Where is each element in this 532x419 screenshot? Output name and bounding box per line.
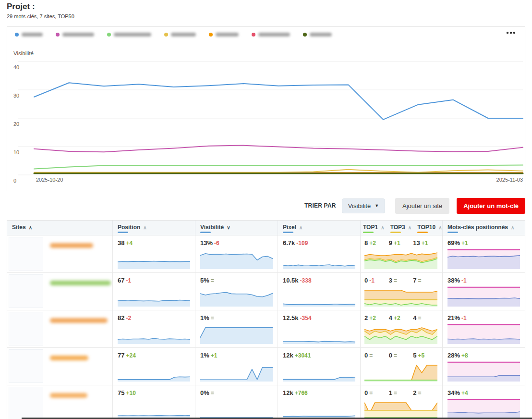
table-header-row: Sites∧Position∧Visibilité∨Pixel∧TOP1∧TOP…	[7, 221, 525, 235]
legend-item[interactable]	[209, 33, 239, 37]
metric-delta: =	[211, 390, 214, 396]
top-cell: 0-13=7=	[361, 273, 443, 310]
legend-site-label-redacted	[114, 33, 151, 37]
visibility-cell: 1%=	[195, 310, 278, 347]
column-header-top3[interactable]: TOP3∧	[388, 224, 415, 235]
top10-value: 5+5	[413, 352, 437, 359]
metric-number: 21%	[447, 314, 460, 321]
keywords-chart	[447, 286, 520, 307]
site-name-link-redacted[interactable]	[50, 356, 88, 360]
metric-delta: +1	[461, 240, 468, 246]
metric-number: 67	[118, 277, 124, 284]
metric-number: 13	[413, 239, 420, 246]
column-header-visibility[interactable]: Visibilité∨	[195, 221, 278, 235]
metric-delta: =	[418, 390, 422, 396]
site-name-link-redacted[interactable]	[50, 318, 108, 323]
column-header-position[interactable]: Position∧	[113, 221, 195, 235]
sort-arrow-up-icon: ∧	[381, 225, 384, 230]
trend-sparkline	[200, 249, 273, 269]
metric-value: 0-1	[364, 277, 389, 284]
metric-value: 28%+8	[447, 352, 520, 359]
metric-delta: =	[418, 315, 422, 321]
column-sort-underline	[200, 232, 211, 233]
metric-delta: -338	[300, 277, 312, 284]
metric-number: 3	[389, 277, 392, 284]
sort-arrow-down-icon: ∨	[227, 225, 230, 230]
legend-item[interactable]	[15, 33, 43, 37]
top10-value: 7=	[413, 277, 437, 284]
legend-item[interactable]	[164, 33, 196, 37]
column-header-sites[interactable]: Sites∧	[7, 221, 113, 235]
page-title: Projet :	[7, 2, 35, 12]
legend-item[interactable]	[252, 33, 290, 37]
metric-value: 0=	[389, 352, 413, 359]
metric-number: 0	[389, 352, 392, 359]
top-values: 2+24+24=	[364, 314, 437, 322]
metric-value: 0=	[364, 352, 389, 359]
top-stacked-chart	[364, 361, 437, 382]
metric-number: 5	[413, 352, 416, 359]
metric-number: 1	[389, 389, 392, 396]
sites-table: Sites∧Position∧Visibilité∨Pixel∧TOP1∧TOP…	[7, 220, 525, 419]
column-header-label: Visibilité	[200, 224, 224, 231]
ellipsis-menu-icon[interactable]	[505, 30, 517, 36]
top-values: 0=1=2=	[364, 389, 437, 397]
svg-text:40: 40	[13, 64, 19, 70]
top1-value: 0=	[364, 389, 389, 397]
legend-dot-icon	[252, 33, 255, 37]
metric-value: 34%+4	[447, 389, 520, 397]
sort-arrow-up-icon: ∧	[299, 225, 302, 230]
metric-delta: =	[394, 352, 397, 359]
top3-value: 4+2	[389, 314, 413, 322]
sort-dropdown[interactable]: Visibilité ▼	[342, 198, 385, 213]
keywords-cell: 21%-1	[443, 310, 525, 347]
metric-value: 3=	[389, 277, 413, 284]
metric-value: 38+4	[118, 239, 190, 247]
table-row: 67-15%=10.5k-3380-13=7=38%-1	[7, 273, 525, 310]
top-stacked-chart	[364, 324, 437, 344]
metric-value: 0=	[364, 389, 389, 397]
site-name-link-redacted[interactable]	[50, 393, 87, 398]
metric-value: 38%-1	[447, 277, 520, 284]
site-name-link-redacted[interactable]	[50, 243, 93, 248]
metric-delta: +1	[211, 352, 218, 359]
column-header-keywords[interactable]: Mots-clés positionnés∧	[443, 221, 525, 235]
metric-delta: =	[394, 390, 397, 396]
controls-bar: TRIER PAR Visibilité ▼ Ajouter un site A…	[7, 197, 525, 214]
trend-sparkline	[118, 249, 190, 269]
trend-sparkline	[283, 324, 355, 344]
add-site-button[interactable]: Ajouter un site	[395, 198, 449, 214]
top-values: 8+29+113+1	[364, 239, 437, 247]
column-header-pixel[interactable]: Pixel∧	[278, 221, 361, 235]
keywords-chart	[447, 324, 520, 344]
legend-item[interactable]	[107, 33, 151, 37]
metric-value: 1=	[389, 389, 413, 397]
metric-delta: +4	[126, 240, 133, 246]
metric-number: 0	[364, 389, 368, 396]
top-values: 0-13=7=	[364, 277, 437, 284]
top-cell: 0=1=2=	[361, 385, 443, 419]
trend-sparkline	[118, 286, 190, 307]
column-header-top10[interactable]: TOP10∧	[415, 224, 442, 235]
legend-dot-icon	[209, 33, 213, 37]
site-name-link-redacted[interactable]	[50, 281, 111, 285]
table-row: 77+241%+112k+30410=0=5+528%+8	[7, 348, 525, 385]
trend-sparkline	[283, 399, 355, 419]
table-row: 75+100%=12k+7660=1=2=34%+4	[7, 385, 525, 419]
legend-dot-icon	[303, 33, 307, 37]
legend-item[interactable]	[303, 33, 332, 37]
legend-dot-icon	[164, 33, 168, 37]
legend-site-label-redacted	[258, 33, 290, 37]
add-keyword-button[interactable]: Ajouter un mot-clé	[457, 198, 525, 214]
keywords-cell: 34%+4	[443, 385, 525, 419]
legend-item[interactable]	[56, 33, 94, 37]
metric-delta: =	[369, 352, 373, 359]
metric-number: 2	[364, 314, 368, 321]
svg-text:10: 10	[13, 149, 19, 155]
column-header-top1[interactable]: TOP1∧	[361, 224, 388, 235]
metric-delta: +766	[295, 390, 308, 396]
sort-arrow-up-icon: ∧	[408, 225, 411, 230]
position-cell: 75+10	[113, 385, 195, 419]
top3-value: 0=	[389, 352, 413, 359]
metric-delta: +2	[369, 315, 376, 321]
